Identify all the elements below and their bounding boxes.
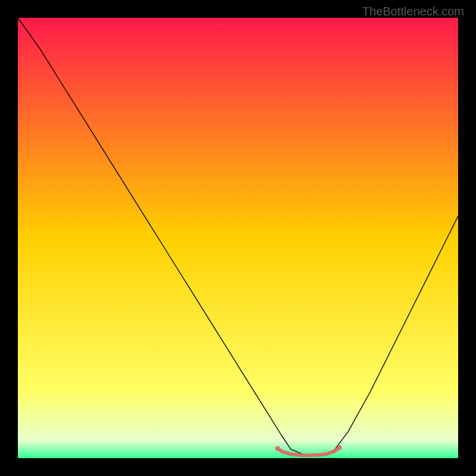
marker-right-end-dot bbox=[337, 445, 342, 450]
chart-svg bbox=[18, 18, 458, 458]
chart-area bbox=[18, 18, 458, 458]
marker-left-end-dot bbox=[275, 446, 280, 451]
chart-background bbox=[18, 18, 458, 458]
watermark-text: TheBottleneck.com bbox=[362, 5, 464, 18]
